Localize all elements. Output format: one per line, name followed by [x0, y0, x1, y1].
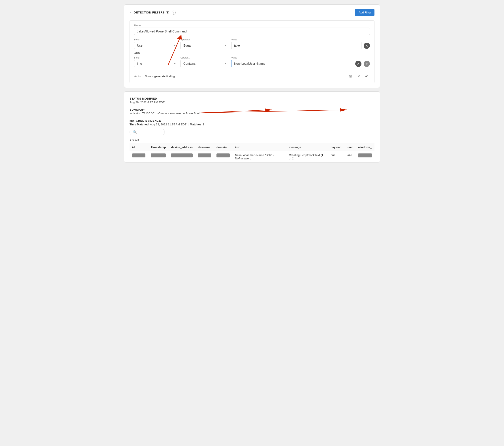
status-label: STATUS MODIFIED: [129, 97, 375, 100]
operator-select-2[interactable]: Contains: [180, 60, 229, 67]
detection-filters-card: ∧ DETECTION FILTERS (1) i Add Filter Nam…: [124, 4, 380, 88]
col-devname: devname: [195, 143, 214, 151]
operator-select-1[interactable]: Equal: [180, 42, 229, 49]
action-left: Action Do not generate finding: [134, 74, 175, 78]
value-group-2: Value: [231, 56, 353, 67]
results-table: idTimestampdevice_addressdevnamedomainin…: [129, 143, 375, 162]
remove-condition-2-button[interactable]: ✕: [355, 61, 361, 67]
action-label: Action: [134, 75, 142, 78]
col-domain: domain: [214, 143, 232, 151]
search-input[interactable]: [138, 130, 162, 134]
value-input-1[interactable]: [231, 42, 361, 49]
table-row: New-LocalUser -Name "Bob" -NoPasswordCre…: [129, 151, 375, 163]
value-input-2[interactable]: [231, 60, 353, 67]
field-select-1[interactable]: User: [134, 42, 178, 49]
operator-group-2: Operat... Contains: [180, 56, 229, 67]
and-label: AND: [134, 52, 370, 55]
summary-value: Indicator: T1136.001 - Create a new user…: [129, 112, 375, 115]
matched-meta: Time Matched Aug 23, 2022 11:35 AM EDT |…: [129, 123, 375, 126]
name-label: Name: [134, 24, 370, 27]
field-label-2: Field: [134, 56, 178, 59]
col-device-address: device_address: [168, 143, 195, 151]
cancel-filter-button[interactable]: ✕: [355, 73, 362, 79]
name-input[interactable]: [134, 28, 370, 35]
info-section: STATUS MODIFIED Aug 29, 2022 4:17 PM EDT…: [124, 92, 380, 163]
value-label-1: Value: [231, 38, 361, 41]
card-header-left: ∧ DETECTION FILTERS (1) i: [129, 11, 176, 15]
col-payload: payload: [328, 143, 344, 151]
operator-label-2: Operat...: [180, 56, 229, 59]
field-label-1: Field: [134, 38, 178, 41]
operator-label-1: Operator: [180, 38, 229, 41]
condition-row-1: Field User Operator Equal Value ✕: [134, 38, 370, 49]
col-timestamp: Timestamp: [148, 143, 168, 151]
summary-label: SUMMARY: [129, 108, 375, 111]
field-group-1: Field User: [134, 38, 178, 49]
time-matched-label: Time Matched: [129, 123, 148, 126]
col-id: id: [129, 143, 148, 151]
matches-label: Matches: [190, 123, 201, 126]
matched-evidence-label: MATCHED EVIDENCE: [129, 119, 375, 122]
card-header: ∧ DETECTION FILTERS (1) i Add Filter: [129, 9, 375, 16]
field-select-2[interactable]: info: [134, 60, 178, 67]
filter-block: Name Field User Operator Equal: [129, 20, 375, 83]
table-header: idTimestampdevice_addressdevnamedomainin…: [129, 143, 375, 151]
action-text: Do not generate finding: [145, 75, 175, 78]
confirm-filter-button[interactable]: ✔: [363, 73, 370, 79]
status-value: Aug 29, 2022 4:17 PM EDT: [129, 101, 375, 104]
col-info: info: [232, 143, 286, 151]
add-condition-button[interactable]: +: [364, 61, 370, 67]
remove-condition-1-button[interactable]: ✕: [364, 43, 370, 49]
condition-row-2: Field info Operat... Contains Value ✕ +: [134, 56, 370, 67]
card-title: DETECTION FILTERS (1): [134, 11, 169, 14]
result-count: 1 result: [129, 138, 375, 141]
field-group-2: Field info: [134, 56, 178, 67]
matches-value: 1: [203, 123, 204, 126]
search-icon: 🔍: [133, 130, 137, 134]
col-user: user: [344, 143, 355, 151]
table-body: New-LocalUser -Name "Bob" -NoPasswordCre…: [129, 151, 375, 163]
collapse-icon[interactable]: ∧: [129, 11, 131, 14]
delete-filter-button[interactable]: 🗑: [347, 73, 354, 79]
action-row: Action Do not generate finding 🗑 ✕ ✔: [134, 70, 370, 79]
value-group-1: Value: [231, 38, 361, 49]
info-circle-icon[interactable]: i: [172, 11, 176, 15]
add-filter-button[interactable]: Add Filter: [355, 9, 375, 16]
operator-group-1: Operator Equal: [180, 38, 229, 49]
search-box[interactable]: 🔍: [129, 129, 165, 135]
separator: |: [188, 123, 188, 126]
time-matched-value: Aug 23, 2022 11:35 AM EDT: [150, 123, 186, 126]
col-message: message: [286, 143, 328, 151]
col-windows-: windows_: [356, 143, 375, 151]
value-label-2: Value: [231, 56, 353, 59]
name-row: Name: [134, 24, 370, 35]
action-icons: 🗑 ✕ ✔: [347, 73, 370, 79]
